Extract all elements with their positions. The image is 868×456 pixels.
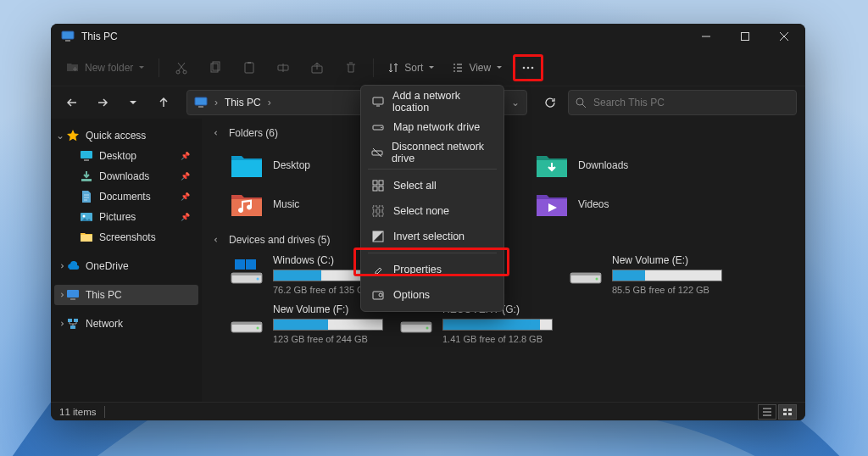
menu-invert-selection[interactable]: Invert selection <box>361 224 504 249</box>
sidebar-label: This PC <box>86 289 122 301</box>
svg-rect-14 <box>195 97 207 105</box>
menu-disconnect-network-drive[interactable]: Disconnect network drive <box>361 140 504 165</box>
group-label: Folders (6) <box>229 127 278 139</box>
folder-label: Videos <box>578 198 609 210</box>
svg-point-16 <box>576 98 583 105</box>
sidebar-item-documents[interactable]: Documents 📌 <box>54 186 198 207</box>
more-button[interactable] <box>513 54 543 81</box>
sidebar-item-network[interactable]: ⌄ Network <box>54 314 198 334</box>
svg-point-40 <box>426 327 429 330</box>
options-icon <box>371 288 385 302</box>
drive-item[interactable]: New Volume (E:) 85.5 GB free of 122 GB <box>568 254 729 295</box>
delete-button[interactable] <box>336 54 366 81</box>
svg-rect-49 <box>373 181 377 185</box>
svg-rect-53 <box>373 206 377 210</box>
sort-button[interactable]: Sort <box>381 54 442 81</box>
chevron-right-icon: › <box>268 97 271 108</box>
chevron-right-icon: › <box>214 97 218 108</box>
svg-rect-30 <box>231 273 262 275</box>
drive-free-text: 85.5 GB free of 122 GB <box>612 285 729 295</box>
view-label: View <box>469 62 491 74</box>
menu-map-network-drive[interactable]: Map network drive <box>361 114 504 140</box>
search-box[interactable] <box>568 90 797 115</box>
paste-button[interactable] <box>234 54 264 81</box>
maximize-button[interactable] <box>726 24 765 49</box>
sidebar-item-this-pc[interactable]: ⌄ This PC <box>54 285 198 305</box>
sidebar-label: Network <box>86 318 123 330</box>
this-pc-icon <box>61 30 75 43</box>
svg-rect-27 <box>235 259 245 270</box>
sidebar-item-screenshots[interactable]: Screenshots <box>54 227 198 247</box>
svg-rect-33 <box>570 273 601 275</box>
downloads-icon <box>80 170 93 183</box>
menu-select-none[interactable]: Select none <box>361 198 504 224</box>
drive-icon <box>371 120 385 134</box>
divider <box>159 58 159 77</box>
chevron-right-icon: ⌄ <box>54 291 66 299</box>
share-button[interactable] <box>302 54 332 81</box>
svg-rect-45 <box>373 97 383 104</box>
folder-videos[interactable]: Videos <box>534 186 678 222</box>
folder-label: Music <box>273 198 299 210</box>
svg-rect-51 <box>373 186 377 191</box>
sidebar-item-onedrive[interactable]: ⌄ OneDrive <box>54 256 198 276</box>
drive-free-text: 1.41 GB free of 12.8 GB <box>442 334 559 344</box>
network-icon <box>66 317 80 331</box>
new-folder-button[interactable]: New folder <box>59 54 152 81</box>
sidebar-item-quick-access[interactable]: ⌄ Quick access <box>54 125 198 146</box>
menu-options[interactable]: Options <box>361 282 504 308</box>
cut-button[interactable] <box>166 54 197 81</box>
menu-label: Disconnect network drive <box>392 141 493 164</box>
svg-rect-7 <box>245 63 253 73</box>
menu-properties[interactable]: Properties <box>361 257 504 282</box>
chevron-down-icon[interactable]: ⌄ <box>511 97 520 108</box>
downloads-folder-icon <box>534 150 570 181</box>
svg-point-21 <box>83 215 86 218</box>
svg-rect-36 <box>231 322 262 325</box>
minimize-button[interactable] <box>687 24 726 49</box>
group-label: Devices and drives (5) <box>229 234 330 246</box>
svg-point-37 <box>257 327 259 330</box>
breadcrumb-item[interactable]: This PC <box>225 97 261 108</box>
svg-rect-0 <box>62 31 74 39</box>
titlebar[interactable]: This PC <box>51 24 805 49</box>
disconnect-icon <box>371 146 383 159</box>
up-button[interactable] <box>151 90 176 115</box>
folder-music[interactable]: Music <box>229 186 373 222</box>
history-button[interactable] <box>120 90 146 115</box>
sidebar-item-pictures[interactable]: Pictures 📌 <box>54 207 198 227</box>
pictures-icon <box>80 210 93 224</box>
menu-add-network-location[interactable]: Add a network location <box>361 89 504 114</box>
divider <box>373 58 374 77</box>
forward-button[interactable] <box>90 90 115 115</box>
folder-desktop[interactable]: Desktop <box>229 147 373 183</box>
search-icon <box>576 97 587 108</box>
search-input[interactable] <box>593 97 789 108</box>
sidebar-label: Screenshots <box>99 231 156 243</box>
details-view-button[interactable] <box>758 404 776 420</box>
onedrive-icon <box>66 259 80 273</box>
close-button[interactable] <box>765 24 804 49</box>
back-button[interactable] <box>59 90 85 115</box>
sidebar-item-downloads[interactable]: Downloads 📌 <box>54 166 198 186</box>
refresh-button[interactable] <box>537 90 563 115</box>
desktop-folder-icon <box>229 150 264 181</box>
monitor-icon <box>371 95 384 108</box>
copy-button[interactable] <box>200 54 231 81</box>
svg-point-13 <box>531 66 534 69</box>
menu-label: Properties <box>393 264 442 275</box>
svg-rect-41 <box>783 409 787 411</box>
view-button[interactable]: View <box>445 54 509 81</box>
sidebar-label: Documents <box>99 191 151 203</box>
large-icons-view-button[interactable] <box>778 404 797 420</box>
drive-icon <box>568 254 604 285</box>
svg-rect-44 <box>788 413 792 415</box>
svg-rect-23 <box>70 298 75 300</box>
menu-select-all[interactable]: Select all <box>361 173 504 198</box>
menu-label: Select all <box>393 180 437 192</box>
svg-point-47 <box>381 127 382 129</box>
rename-button[interactable] <box>268 54 298 81</box>
folder-downloads[interactable]: Downloads <box>534 147 678 183</box>
window-title: This PC <box>81 31 118 42</box>
sidebar-item-desktop[interactable]: Desktop 📌 <box>54 146 198 166</box>
